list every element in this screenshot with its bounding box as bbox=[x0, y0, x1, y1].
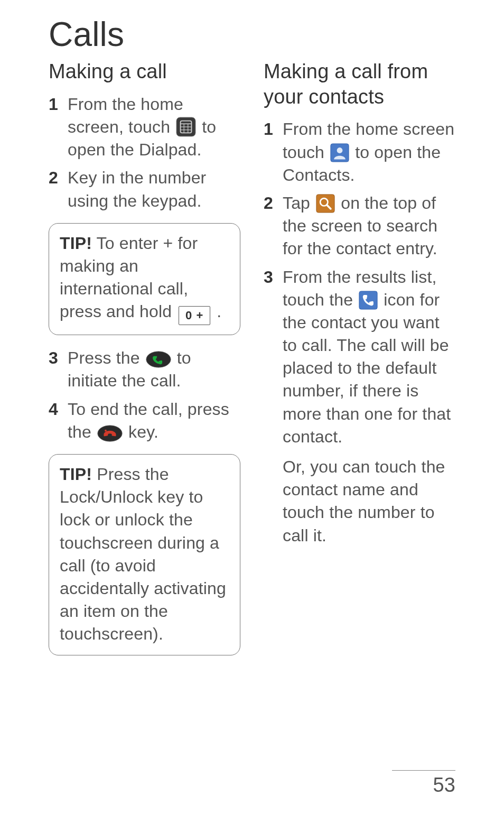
call-icon bbox=[359, 291, 378, 310]
step-number: 1 bbox=[49, 93, 59, 162]
list-item: 4 To end the call, press the key. bbox=[49, 398, 240, 443]
list-item: 2 Tap on the top of the screen to search… bbox=[264, 192, 455, 261]
step-body: Tap on the top of the screen to search f… bbox=[283, 192, 455, 261]
step-text-post: key. bbox=[128, 422, 158, 441]
dialpad-icon bbox=[176, 117, 196, 137]
step-number: 2 bbox=[49, 167, 59, 212]
tip-box: TIP! To enter + for making an internatio… bbox=[49, 223, 240, 335]
list-item: 1 From the home screen touch to open the… bbox=[264, 118, 455, 187]
step-number: 3 bbox=[264, 266, 274, 547]
tip-label: TIP! bbox=[60, 465, 92, 484]
step-body: To end the call, press the key. bbox=[68, 398, 240, 443]
list-item: 3 From the results list, touch the icon … bbox=[264, 266, 455, 547]
step-number: 3 bbox=[49, 347, 59, 392]
step-text-post: icon for the contact you want to call. T… bbox=[283, 290, 451, 446]
search-icon bbox=[316, 194, 335, 213]
step-number: 4 bbox=[49, 398, 59, 443]
step-number: 1 bbox=[264, 118, 274, 187]
step-body: Press the to initiate the call. bbox=[68, 347, 240, 392]
steps-list: 1 From the home screen, touch to open th… bbox=[49, 93, 240, 212]
step-text-pre: Press the bbox=[68, 348, 145, 367]
section-heading-making-a-call: Making a call bbox=[49, 59, 240, 85]
steps-list: 3 Press the to initiate the call. 4 To e… bbox=[49, 347, 240, 443]
page-title: Calls bbox=[49, 16, 455, 53]
step-followup-text: Or, you can touch the contact name and t… bbox=[283, 456, 455, 547]
call-end-key-icon bbox=[97, 425, 123, 442]
tip-label: TIP! bbox=[60, 234, 92, 253]
list-item: 3 Press the to initiate the call. bbox=[49, 347, 240, 392]
tip-box: TIP! Press the Lock/Unlock key to lock o… bbox=[49, 454, 240, 656]
left-column: Making a call 1 From the home screen, to… bbox=[49, 57, 240, 667]
contacts-icon bbox=[330, 143, 349, 162]
steps-list: 1 From the home screen touch to open the… bbox=[264, 118, 455, 547]
step-text-pre: From the home screen, touch bbox=[68, 95, 183, 136]
step-body: Key in the number using the keypad. bbox=[68, 167, 240, 212]
call-send-key-icon bbox=[146, 351, 171, 368]
tip-text: Press the Lock/Unlock key to lock or unl… bbox=[60, 465, 226, 643]
step-text-pre: Tap bbox=[283, 193, 315, 212]
list-item: 2 Key in the number using the keypad. bbox=[49, 167, 240, 212]
section-heading-making-call-contacts: Making a call from your contacts bbox=[264, 59, 455, 109]
zero-plus-key-icon: 0 + bbox=[179, 306, 210, 325]
page-number: 53 bbox=[392, 770, 455, 797]
right-column: Making a call from your contacts 1 From … bbox=[264, 57, 455, 667]
step-body: From the home screen touch to open the C… bbox=[283, 118, 455, 187]
tip-text-after: . bbox=[212, 302, 221, 321]
step-body: From the home screen, touch to open the … bbox=[68, 93, 240, 162]
step-body: From the results list, touch the icon fo… bbox=[283, 266, 455, 547]
list-item: 1 From the home screen, touch to open th… bbox=[49, 93, 240, 162]
step-number: 2 bbox=[264, 192, 274, 261]
